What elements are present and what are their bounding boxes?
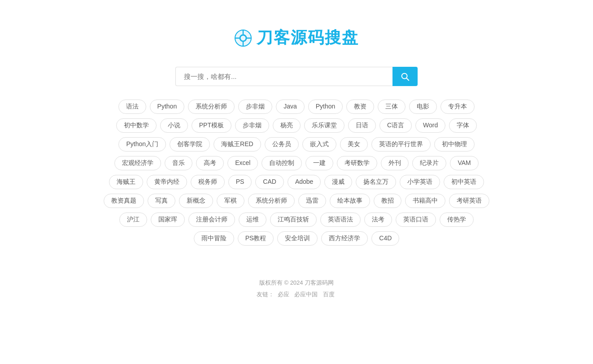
- tag-item[interactable]: 国家珲: [151, 212, 185, 227]
- tag-item[interactable]: 英语的平行世界: [371, 137, 431, 152]
- tag-item[interactable]: 公务员: [265, 137, 299, 152]
- tag-item[interactable]: 美女: [340, 137, 368, 152]
- tag-item[interactable]: 雨中冒险: [194, 231, 234, 246]
- search-button[interactable]: [392, 67, 418, 86]
- footer: 版权所有 © 2024 刀客源码网 友链： 必应 必应中国 百度: [257, 277, 336, 300]
- tag-item[interactable]: 乐乐课堂: [304, 118, 344, 133]
- tag-item[interactable]: 扬名立万: [356, 175, 396, 189]
- tag-item[interactable]: 注册会计师: [188, 212, 235, 227]
- tag-item[interactable]: 字体: [449, 118, 477, 133]
- tag-item[interactable]: 小说: [160, 118, 188, 133]
- tag-item[interactable]: 迅雷: [298, 194, 326, 208]
- tag-item[interactable]: 初中物理: [434, 137, 475, 152]
- tag-item[interactable]: 专升本: [440, 100, 475, 114]
- tag-item[interactable]: 沪江: [119, 212, 147, 227]
- tag-item[interactable]: 教资真题: [104, 194, 144, 208]
- tag-item[interactable]: 系统分析师: [248, 194, 295, 208]
- tag-item[interactable]: CAD: [255, 175, 284, 189]
- tag-item[interactable]: 系统分析师: [188, 100, 235, 114]
- links-label: 友链：: [257, 291, 274, 298]
- copyright-text: 版权所有 © 2024 刀客源码网: [257, 277, 336, 289]
- search-bar: [175, 67, 418, 86]
- tag-item[interactable]: 黄帝内经: [147, 175, 187, 189]
- tag-item[interactable]: 教资: [346, 100, 374, 114]
- tag-item[interactable]: 漫威: [324, 175, 352, 189]
- tag-item[interactable]: 自动控制: [262, 156, 302, 170]
- tag-item[interactable]: VAM: [450, 156, 478, 170]
- tag-item[interactable]: C4D: [371, 231, 399, 246]
- logo-area: 刀客源码搜盘: [234, 27, 359, 49]
- site-title: 刀客源码搜盘: [257, 27, 359, 49]
- footer-links: 友链： 必应 必应中国 百度: [257, 289, 336, 300]
- tag-item[interactable]: 音乐: [165, 156, 192, 170]
- tag-item[interactable]: C语言: [379, 118, 412, 133]
- tag-item[interactable]: Python: [308, 100, 343, 114]
- tag-item[interactable]: 考研数学: [337, 156, 377, 170]
- tag-item[interactable]: 书籍高中: [405, 194, 445, 208]
- tag-item[interactable]: 嵌入式: [302, 137, 336, 152]
- link-biying-china[interactable]: 必应中国: [294, 291, 318, 298]
- tag-item[interactable]: 电影: [409, 100, 437, 114]
- tag-item[interactable]: 一建: [305, 156, 333, 170]
- tag-item[interactable]: 初中数学: [116, 118, 157, 133]
- tag-item[interactable]: 海贼王: [109, 175, 143, 189]
- tag-item[interactable]: 法考: [364, 212, 392, 227]
- tag-item[interactable]: 杨亮: [273, 118, 301, 133]
- tag-item[interactable]: 语法: [118, 100, 146, 114]
- tag-item[interactable]: 写真: [148, 194, 175, 208]
- search-input[interactable]: [175, 67, 392, 86]
- tag-item[interactable]: 日语: [348, 118, 376, 133]
- tag-item[interactable]: 运维: [239, 212, 266, 227]
- tag-item[interactable]: 新概念: [179, 194, 213, 208]
- tag-item[interactable]: Python入门: [118, 137, 166, 152]
- tag-item[interactable]: 安全培训: [277, 231, 318, 246]
- tag-item[interactable]: 税务师: [191, 175, 225, 189]
- logo-icon: [234, 29, 252, 47]
- tag-item[interactable]: Adobe: [288, 175, 321, 189]
- tag-item[interactable]: 小学英语: [400, 175, 440, 189]
- tag-item[interactable]: 教招: [374, 194, 401, 208]
- tag-item[interactable]: 传热学: [440, 212, 474, 227]
- tag-item[interactable]: 步非烟: [235, 118, 269, 133]
- tag-item[interactable]: PPT模板: [192, 118, 231, 133]
- tag-item[interactable]: 考研英语: [449, 194, 489, 208]
- tag-item[interactable]: Word: [415, 118, 445, 133]
- search-icon: [400, 72, 410, 82]
- link-baidu[interactable]: 百度: [323, 291, 335, 298]
- tag-item[interactable]: 军棋: [217, 194, 244, 208]
- tag-item[interactable]: 纪录片: [412, 156, 446, 170]
- tag-item[interactable]: 步非烟: [238, 100, 272, 114]
- tag-item[interactable]: 江鸣百技斩: [270, 212, 317, 227]
- tag-item[interactable]: Python: [150, 100, 185, 114]
- tag-item[interactable]: 三体: [378, 100, 406, 114]
- svg-line-7: [406, 78, 409, 80]
- link-biying[interactable]: 必应: [278, 291, 289, 298]
- tag-item[interactable]: 外刊: [381, 156, 409, 170]
- tag-item[interactable]: 绘本故事: [330, 194, 370, 208]
- tag-item[interactable]: 海贼王RED: [214, 137, 261, 152]
- tag-item[interactable]: 英语口语: [396, 212, 436, 227]
- tag-item[interactable]: Excel: [227, 156, 258, 170]
- tag-item[interactable]: 西方经济学: [321, 231, 368, 246]
- tag-item[interactable]: 英语语法: [320, 212, 361, 227]
- tag-item[interactable]: 宏观经济学: [114, 156, 161, 170]
- tag-item[interactable]: 初中英语: [444, 175, 484, 189]
- tag-item[interactable]: PS: [228, 175, 252, 189]
- tag-item[interactable]: PS教程: [238, 231, 274, 246]
- tag-item[interactable]: 高考: [196, 156, 224, 170]
- tag-item[interactable]: Java: [276, 100, 305, 114]
- tags-container: 语法Python系统分析师步非烟JavaPython教资三体电影专升本初中数学小…: [104, 100, 489, 246]
- tag-item[interactable]: 创客学院: [170, 137, 210, 152]
